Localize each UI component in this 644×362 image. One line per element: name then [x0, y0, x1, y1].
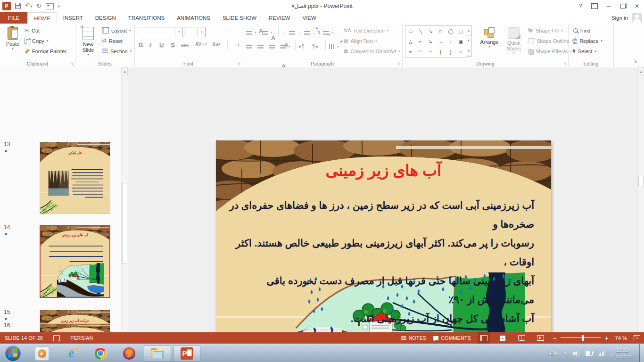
main-scroll-up-arrow[interactable]: ▲ — [638, 67, 644, 75]
shape-icon[interactable]: ↳ — [426, 36, 436, 47]
close-button[interactable]: ✕ — [630, 0, 644, 12]
taskbar-chrome[interactable] — [92, 346, 108, 361]
shape-icon[interactable]: { — [436, 47, 446, 57]
tab-file[interactable]: FILE — [0, 12, 27, 24]
shape-outline-button[interactable]: Shape Outline▾ — [528, 36, 573, 46]
text-direction-button[interactable]: ⇅AText Direction▾ — [344, 25, 388, 35]
zoom-thumb[interactable] — [582, 335, 584, 341]
reading-view-button[interactable] — [515, 332, 528, 344]
restore-button[interactable] — [616, 0, 630, 12]
save-icon[interactable] — [15, 3, 21, 9]
change-case-button[interactable]: Aa▾ — [212, 41, 221, 47]
character-spacing-button[interactable]: AV↔▾ — [195, 41, 207, 47]
shape-icon[interactable]: ◠ — [415, 47, 425, 57]
layout-button[interactable]: Layout▾ — [102, 25, 131, 35]
font-dialog-launcher[interactable]: ↘ — [237, 62, 240, 66]
notes-button[interactable]: NOTES — [401, 335, 427, 341]
main-scroll-thumb[interactable] — [638, 176, 644, 187]
shape-icon[interactable]: ▭ — [405, 26, 415, 36]
shape-icon[interactable]: ▣ — [456, 36, 466, 47]
line-spacing-button[interactable]: ⇅▾ — [317, 27, 333, 37]
font-name-caret[interactable]: ▾ — [175, 27, 182, 37]
network-signal-icon[interactable] — [599, 351, 605, 356]
taskbar-file-explorer[interactable] — [144, 345, 171, 362]
customize-qat-caret[interactable]: ▾ — [58, 4, 60, 8]
zoom-level[interactable]: 74 % — [615, 335, 627, 341]
sign-in[interactable]: Sign in — [611, 12, 644, 24]
tab-insert[interactable]: INSERT — [57, 12, 89, 24]
shape-icon[interactable]: ≈ — [405, 47, 415, 57]
tab-view[interactable]: VIEW — [296, 12, 322, 24]
shape-fill-button[interactable]: Shape Fill▾ — [528, 25, 562, 35]
shapes-scroll-up[interactable]: ▲ — [466, 26, 471, 36]
cut-button[interactable]: ✂Cut — [25, 25, 40, 35]
format-painter-button[interactable]: Format Painter — [25, 46, 66, 56]
justify-button[interactable]: ▾ — [280, 41, 290, 51]
shape-icon[interactable]: ╲ — [415, 26, 425, 36]
slide-show-view-button[interactable] — [534, 332, 546, 344]
redo-icon[interactable]: ↻ — [36, 2, 41, 10]
taskbar-powerpoint[interactable]: P — [173, 345, 200, 362]
shape-icon[interactable]: ☆ — [456, 47, 466, 57]
find-button[interactable]: Find — [573, 25, 590, 35]
zoom-out-button[interactable]: − — [553, 335, 557, 342]
shapes-more[interactable]: ▼ — [466, 46, 471, 56]
slide-14-thumbnail[interactable]: آب های زیر زمینی — [40, 225, 110, 298]
spell-check-icon[interactable] — [53, 335, 60, 341]
normal-view-button[interactable] — [478, 332, 490, 344]
clipboard-dialog-launcher[interactable]: ↘ — [70, 62, 74, 66]
minimize-button[interactable]: ─ — [602, 0, 616, 12]
shape-icon[interactable]: ~ — [426, 47, 436, 57]
shape-icon[interactable]: → — [436, 36, 446, 47]
undo-icon[interactable]: ↶▾ — [25, 2, 32, 10]
align-left-button[interactable] — [246, 41, 252, 51]
zoom-in-button[interactable]: + — [605, 335, 609, 342]
bullets-button[interactable]: ▾ — [246, 27, 256, 37]
comments-button[interactable]: COMMENTS — [433, 335, 471, 341]
copy-caret[interactable]: ▾ — [47, 39, 49, 43]
shape-effects-button[interactable]: Shape Effects▾ — [528, 46, 572, 56]
copy-button[interactable]: Copy▾ — [25, 36, 48, 46]
slide-16-thumbnail[interactable] — [40, 323, 110, 332]
slide-13-thumbnail[interactable]: غار آهکی — [40, 142, 110, 214]
ltr-direction-button[interactable]: ▸¶ — [299, 41, 304, 51]
ribbon-display-options-button[interactable] — [587, 0, 602, 12]
italic-button[interactable]: I — [149, 41, 151, 49]
language-indicator[interactable]: PERSIAN — [70, 335, 93, 341]
tab-transitions[interactable]: TRANSITIONS — [122, 12, 171, 24]
shapes-scroll-down[interactable]: ▼ — [466, 36, 471, 46]
collapse-ribbon-button[interactable]: ∧ — [634, 59, 637, 64]
slide-indicator[interactable]: SLIDE 14 OF 28 — [5, 335, 43, 341]
thumb-scroll-up-arrow[interactable]: ▲ — [122, 67, 128, 75]
zoom-slider[interactable]: − + — [553, 335, 609, 342]
font-size-combo[interactable]: ▾ — [184, 27, 206, 37]
paste-button[interactable]: Paste ▾ — [2, 25, 24, 59]
convert-to-smartart-button[interactable]: ▦Convert to SmartArt▾ — [344, 46, 400, 56]
tab-review[interactable]: REVIEW — [263, 12, 296, 24]
language-tray-indicator[interactable]: EN — [550, 351, 557, 356]
powerpoint-app-icon[interactable]: P — [2, 2, 11, 10]
shape-icon[interactable]: ⌐ — [415, 36, 425, 47]
font-size-caret[interactable]: ▾ — [198, 27, 205, 37]
shape-icon[interactable]: } — [446, 47, 455, 57]
shape-icon[interactable]: ◯ — [446, 26, 455, 36]
slide-canvas[interactable]: آب های زیر زمینی آب زیرزمینی آبی است که … — [216, 140, 551, 362]
undo-caret[interactable]: ▾ — [30, 4, 32, 8]
align-right-button[interactable] — [269, 41, 275, 51]
bold-button[interactable]: B — [139, 41, 143, 49]
numbering-button[interactable]: ▾ — [262, 27, 272, 37]
paragraph-dialog-launcher[interactable]: ↘ — [397, 62, 401, 66]
slide-title-textbox[interactable]: آب های زیر زمینی — [216, 161, 551, 180]
start-button[interactable] — [5, 346, 21, 361]
font-name-combo[interactable]: ▾ — [137, 27, 183, 37]
thumb-scroll-thumb[interactable] — [122, 183, 127, 264]
align-center-button[interactable] — [257, 41, 264, 51]
decrease-indent-button[interactable]: ← — [282, 27, 295, 37]
zoom-track[interactable] — [561, 335, 601, 341]
taskbar-internet-explorer[interactable]: e — [63, 346, 79, 361]
replace-button[interactable]: abacReplace▾ — [573, 36, 603, 46]
arrange-button[interactable]: Arrange▾ — [477, 25, 502, 59]
thumbnail-panel-scrollbar[interactable]: ▲ — [121, 67, 128, 332]
battery-icon[interactable] — [586, 351, 593, 356]
volume-icon[interactable] — [573, 351, 579, 356]
